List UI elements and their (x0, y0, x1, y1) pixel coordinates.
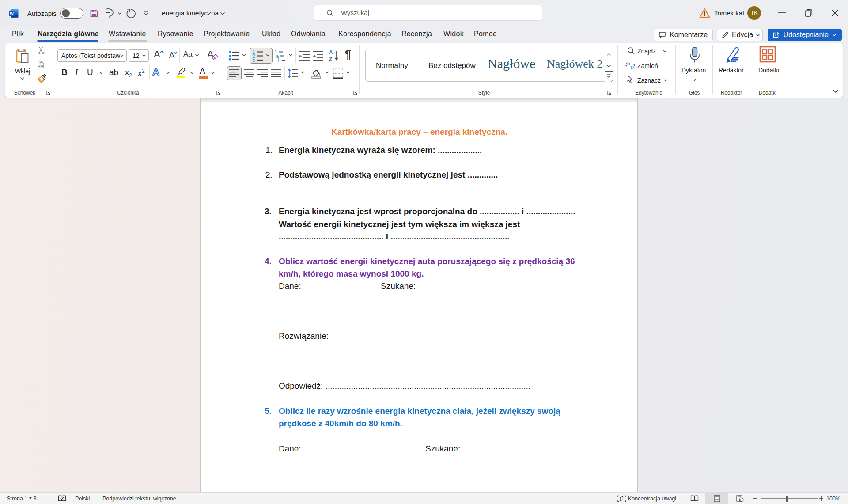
svg-text:Z: Z (329, 56, 332, 62)
svg-text:b: b (627, 61, 630, 66)
svg-text:W: W (10, 11, 14, 16)
svg-text:3: 3 (253, 58, 255, 62)
svg-text:A: A (329, 49, 333, 56)
svg-text:c: c (631, 64, 633, 69)
svg-text:i: i (278, 58, 280, 62)
